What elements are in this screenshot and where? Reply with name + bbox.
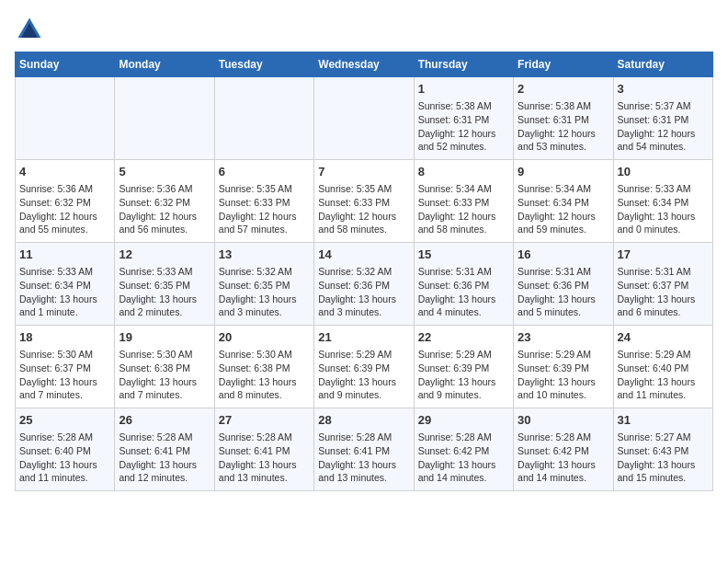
calendar-cell: 2Sunrise: 5:38 AMSunset: 6:31 PMDaylight… [514,77,613,160]
day-info-line: Sunset: 6:35 PM [119,279,210,293]
calendar-cell: 12Sunrise: 5:33 AMSunset: 6:35 PMDayligh… [115,243,214,326]
day-info-line: Sunset: 6:33 PM [318,196,409,210]
day-info-line: Sunrise: 5:35 AM [318,182,409,196]
day-info-line: and 1 minute. [19,305,110,319]
calendar-cell: 15Sunrise: 5:31 AMSunset: 6:36 PMDayligh… [414,243,513,326]
day-info-line: and 14 minutes. [518,471,609,485]
day-info-line: and 6 minutes. [618,305,709,319]
calendar-cell: 28Sunrise: 5:28 AMSunset: 6:41 PMDayligh… [314,408,414,491]
day-number: 5 [119,164,210,180]
calendar-cell: 31Sunrise: 5:27 AMSunset: 6:43 PMDayligh… [613,408,712,491]
day-info-line: Daylight: 13 hours [618,293,709,306]
day-info-line: and 3 minutes. [318,305,409,319]
week-row-2: 4Sunrise: 5:36 AMSunset: 6:32 PMDaylight… [16,160,713,243]
day-info-line: and 7 minutes. [19,388,110,402]
day-info-line: Sunrise: 5:28 AM [219,431,310,444]
day-number: 26 [119,412,210,429]
day-info-line: Sunset: 6:32 PM [119,196,210,210]
day-number: 4 [19,164,110,180]
week-row-5: 25Sunrise: 5:28 AMSunset: 6:40 PMDayligh… [16,408,713,491]
calendar-cell: 11Sunrise: 5:33 AMSunset: 6:34 PMDayligh… [16,243,115,326]
col-header-friday: Friday [514,52,613,77]
calendar-cell: 30Sunrise: 5:28 AMSunset: 6:42 PMDayligh… [514,408,613,491]
day-number: 6 [219,164,310,180]
day-info-line: Sunrise: 5:31 AM [418,265,509,279]
day-info-line: Daylight: 12 hours [518,127,609,141]
day-info-line: Sunrise: 5:28 AM [119,431,210,444]
day-info-line: Sunrise: 5:31 AM [518,265,609,279]
day-info-line: and 2 minutes. [119,305,210,319]
col-header-thursday: Thursday [414,52,513,77]
page-header [15,15,713,44]
day-info-line: Daylight: 13 hours [19,293,110,306]
calendar-cell: 18Sunrise: 5:30 AMSunset: 6:37 PMDayligh… [16,326,115,408]
day-info-line: Daylight: 12 hours [418,210,509,224]
calendar-cell: 24Sunrise: 5:29 AMSunset: 6:40 PMDayligh… [613,326,712,408]
day-info-line: Sunrise: 5:30 AM [119,348,210,362]
calendar-cell [314,77,414,160]
day-number: 2 [518,81,609,98]
day-info-line: and 58 minutes. [418,223,509,236]
day-info-line: Sunset: 6:31 PM [518,113,609,127]
day-info-line: and 57 minutes. [219,223,310,236]
day-info-line: and 54 minutes. [618,140,709,154]
day-info-line: Daylight: 12 hours [19,210,110,224]
day-number: 7 [318,164,409,180]
day-number: 31 [618,412,709,429]
day-number: 11 [19,247,110,263]
calendar-cell: 26Sunrise: 5:28 AMSunset: 6:41 PMDayligh… [115,408,214,491]
day-info-line: Daylight: 13 hours [618,210,709,224]
day-info-line: Sunset: 6:38 PM [219,362,310,375]
week-row-4: 18Sunrise: 5:30 AMSunset: 6:37 PMDayligh… [16,326,713,408]
day-info-line: Sunset: 6:36 PM [318,279,409,293]
day-info-line: Daylight: 13 hours [119,375,210,389]
day-info-line: Daylight: 13 hours [618,458,709,472]
day-info-line: Sunset: 6:35 PM [219,279,310,293]
day-info-line: Sunrise: 5:29 AM [418,348,509,362]
day-number: 27 [219,412,310,429]
day-info-line: Sunrise: 5:33 AM [618,182,709,196]
calendar-cell: 10Sunrise: 5:33 AMSunset: 6:34 PMDayligh… [613,160,712,243]
day-info-line: and 8 minutes. [219,388,310,402]
col-header-monday: Monday [115,52,214,77]
calendar-cell: 13Sunrise: 5:32 AMSunset: 6:35 PMDayligh… [214,243,313,326]
calendar-cell: 22Sunrise: 5:29 AMSunset: 6:39 PMDayligh… [414,326,513,408]
day-info-line: Sunrise: 5:28 AM [19,431,110,444]
day-number: 19 [119,329,210,346]
day-info-line: Sunrise: 5:35 AM [219,182,310,196]
calendar-cell: 16Sunrise: 5:31 AMSunset: 6:36 PMDayligh… [514,243,613,326]
day-info-line: and 13 minutes. [318,471,409,485]
calendar-cell: 27Sunrise: 5:28 AMSunset: 6:41 PMDayligh… [214,408,313,491]
calendar-cell: 6Sunrise: 5:35 AMSunset: 6:33 PMDaylight… [214,160,313,243]
day-info-line: Daylight: 13 hours [219,293,310,306]
day-info-line: Sunrise: 5:28 AM [518,431,609,444]
day-info-line: Sunset: 6:39 PM [418,362,509,375]
day-number: 30 [518,412,609,429]
day-info-line: Daylight: 13 hours [518,293,609,306]
day-info-line: Sunrise: 5:32 AM [219,265,310,279]
day-info-line: Sunset: 6:41 PM [219,444,310,458]
day-info-line: and 7 minutes. [119,388,210,402]
day-info-line: and 55 minutes. [19,223,110,236]
day-info-line: Daylight: 13 hours [19,458,110,472]
day-info-line: and 9 minutes. [318,388,409,402]
day-info-line: Sunset: 6:37 PM [618,279,709,293]
col-header-tuesday: Tuesday [214,52,313,77]
logo-icon [15,15,44,44]
calendar-cell: 25Sunrise: 5:28 AMSunset: 6:40 PMDayligh… [16,408,115,491]
day-info-line: Daylight: 13 hours [219,375,310,389]
day-info-line: Sunset: 6:34 PM [618,196,709,210]
day-info-line: Daylight: 12 hours [518,210,609,224]
day-info-line: Daylight: 13 hours [318,293,409,306]
day-info-line: Sunrise: 5:33 AM [119,265,210,279]
day-info-line: Sunrise: 5:36 AM [19,182,110,196]
day-info-line: Sunset: 6:38 PM [119,362,210,375]
day-info-line: Sunset: 6:42 PM [418,444,509,458]
day-info-line: and 5 minutes. [518,305,609,319]
day-number: 23 [518,329,609,346]
day-info-line: Sunset: 6:40 PM [618,362,709,375]
day-info-line: Sunrise: 5:28 AM [418,431,509,444]
day-info-line: Sunrise: 5:37 AM [618,99,709,113]
day-info-line: and 4 minutes. [418,305,509,319]
day-info-line: and 53 minutes. [518,140,609,154]
